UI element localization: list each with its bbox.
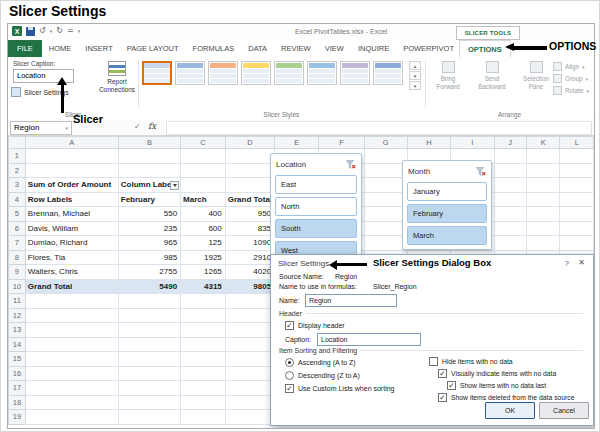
row-header-5[interactable]: 5 [9, 207, 26, 222]
cell-D5[interactable]: 950 [225, 207, 274, 222]
radio-ascending-a-to-z-[interactable]: Ascending (A to Z) [285, 358, 394, 367]
row-header-11[interactable]: 11 [9, 294, 26, 309]
cell-A18[interactable] [25, 395, 118, 410]
column-header-B[interactable]: B [118, 137, 180, 149]
cancel-button[interactable]: Cancel [539, 402, 589, 419]
dialog-name-input[interactable]: Region [305, 294, 397, 307]
cell-L3[interactable] [560, 178, 594, 193]
cell-J2[interactable] [494, 163, 526, 178]
cell-D16[interactable] [225, 366, 274, 381]
slicer-item-january[interactable]: January [407, 182, 487, 201]
row-header-12[interactable]: 12 [9, 308, 26, 323]
clear-filter-icon[interactable] [346, 160, 356, 170]
tab-insert[interactable]: INSERT [78, 40, 119, 57]
cell-A10[interactable]: Grand Total [25, 279, 118, 294]
enter-formula-icon[interactable]: ✓ [134, 122, 141, 131]
checkbox-show-items-with-no-data-last[interactable]: ✓Show items with no data last [447, 381, 575, 390]
arrange-group-button[interactable]: Group▾ [553, 74, 589, 83]
row-header-3[interactable]: 3 [9, 178, 26, 193]
slicer-style-thumbnail[interactable] [340, 61, 370, 85]
cell-G5[interactable] [364, 207, 407, 222]
column-header-D[interactable]: D [225, 137, 274, 149]
cell-D17[interactable] [225, 381, 274, 396]
equals-icon[interactable]: = [67, 27, 74, 35]
dialog-caption-input[interactable]: Location [317, 333, 421, 346]
cell-B2[interactable] [118, 163, 180, 178]
tab-formulas[interactable]: FORMULAS [186, 40, 242, 57]
cell-G2[interactable] [364, 163, 407, 178]
column-header-K[interactable]: K [526, 137, 559, 149]
tab-review[interactable]: REVIEW [274, 40, 318, 57]
cell-K1[interactable] [526, 149, 559, 164]
cell-A8[interactable]: Flores, Tia [25, 250, 118, 265]
tab-home[interactable]: HOME [42, 40, 79, 57]
cell-B8[interactable]: 985 [118, 250, 180, 265]
cell-G1[interactable] [364, 149, 407, 164]
cell-C11[interactable] [181, 294, 226, 309]
cell-G4[interactable] [364, 192, 407, 207]
cell-B10[interactable]: 5490 [118, 279, 180, 294]
cell-C7[interactable]: 125 [181, 236, 226, 251]
cell-C17[interactable] [181, 381, 226, 396]
save-icon[interactable] [26, 27, 35, 36]
checkbox-use-custom-lists-when-sorting[interactable]: ✓Use Custom Lists when sorting [285, 384, 394, 393]
cell-C3[interactable] [181, 178, 226, 193]
row-header-14[interactable]: 14 [9, 337, 26, 352]
cell-A3[interactable]: Sum of Order Amount [25, 178, 118, 193]
cell-C19[interactable] [181, 410, 226, 425]
cell-K3[interactable] [526, 178, 559, 193]
clear-filter-icon[interactable] [476, 167, 486, 177]
cell-L4[interactable] [560, 192, 594, 207]
cell-C13[interactable] [181, 323, 226, 338]
column-header-I[interactable]: I [451, 137, 494, 149]
qat-customize-caret-icon[interactable]: ▾ [78, 29, 81, 34]
cell-C18[interactable] [181, 395, 226, 410]
cell-B17[interactable] [118, 381, 180, 396]
tab-file[interactable]: FILE [8, 40, 42, 57]
cell-C1[interactable] [181, 149, 226, 164]
cell-D6[interactable]: 835 [225, 221, 274, 236]
column-header-F[interactable]: F [319, 137, 364, 149]
help-button[interactable]: ? [565, 259, 569, 268]
cell-B12[interactable] [118, 308, 180, 323]
cell-B14[interactable] [118, 337, 180, 352]
select-all-corner[interactable] [9, 137, 26, 149]
row-header-4[interactable]: 4 [9, 192, 26, 207]
name-box-caret-icon[interactable]: ▾ [65, 122, 68, 134]
tab-page-layout[interactable]: PAGE LAYOUT [120, 40, 186, 57]
cell-K6[interactable] [526, 221, 559, 236]
slicer-item-east[interactable]: East [275, 175, 357, 194]
cell-K4[interactable] [526, 192, 559, 207]
row-header-16[interactable]: 16 [9, 366, 26, 381]
cell-C8[interactable]: 1925 [181, 250, 226, 265]
row-header-6[interactable]: 6 [9, 221, 26, 236]
display-header-checkbox[interactable]: ✓ Display header [285, 321, 345, 330]
cell-L1[interactable] [560, 149, 594, 164]
cell-B4[interactable]: February [118, 192, 180, 207]
cell-C4[interactable]: March [181, 192, 226, 207]
cell-D9[interactable]: 4020 [225, 265, 274, 280]
row-header-8[interactable]: 8 [9, 250, 26, 265]
gallery-up-icon[interactable]: ▴ [409, 61, 421, 70]
checkbox-visually-indicate-items-with-no-data[interactable]: ✓Visually indicate items with no data [438, 369, 575, 378]
cell-A5[interactable]: Brennan, Michael [25, 207, 118, 222]
month-slicer[interactable]: Month JanuaryFebruaryMarch [402, 160, 492, 250]
gallery-down-icon[interactable]: ▾ [409, 71, 421, 80]
gallery-more-icon[interactable]: ▾ [409, 81, 421, 90]
cell-J3[interactable] [494, 178, 526, 193]
tab-powerpivot[interactable]: POWERPIVOT [396, 40, 461, 57]
cell-G7[interactable] [364, 236, 407, 251]
cell-A6[interactable]: Davis, William [25, 221, 118, 236]
cell-K7[interactable] [526, 236, 559, 251]
cell-C6[interactable]: 600 [181, 221, 226, 236]
cell-C5[interactable]: 400 [181, 207, 226, 222]
tab-inquire[interactable]: INQUIRE [351, 40, 396, 57]
checkbox-show-items-deleted-from-the-data-source[interactable]: ✓Show items deleted from the data source [438, 393, 575, 402]
column-header-E[interactable]: E [275, 137, 319, 149]
cell-D10[interactable]: 9805 [225, 279, 274, 294]
cell-D18[interactable] [225, 395, 274, 410]
cell-J4[interactable] [494, 192, 526, 207]
cell-C2[interactable] [181, 163, 226, 178]
slicer-item-march[interactable]: March [407, 226, 487, 245]
cell-A4[interactable]: Row Labels [25, 192, 118, 207]
